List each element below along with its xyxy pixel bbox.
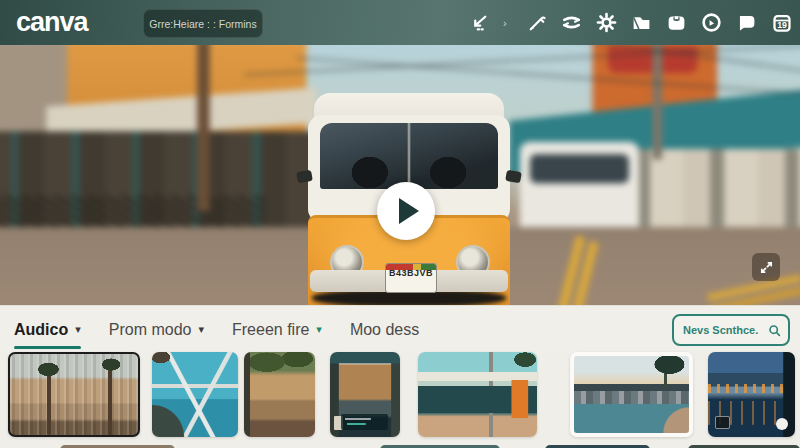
gallery-search-input[interactable] bbox=[681, 323, 761, 337]
tab-label: Prom modo bbox=[109, 307, 192, 352]
thumbnail-harbor-at-dusk[interactable] bbox=[708, 352, 795, 437]
canva-logo[interactable]: canva bbox=[16, 7, 88, 38]
thumbnail-bridge-over-water[interactable] bbox=[152, 352, 238, 437]
search-icon bbox=[768, 324, 781, 337]
left-utility-pole bbox=[197, 45, 209, 211]
bus-right-mirror bbox=[505, 170, 522, 183]
right-utility-pole bbox=[653, 45, 662, 159]
header-search-pill[interactable]: Grre:Heiare : : Formins bbox=[143, 9, 263, 38]
gallery-search-box[interactable] bbox=[672, 314, 790, 346]
thumbnail-gas-station-street[interactable] bbox=[418, 352, 537, 437]
top-header: canva Grre:Heiare : : Formins › bbox=[0, 0, 800, 45]
chevron-down-icon: ▾ bbox=[75, 323, 81, 336]
thumbnail-select-circle[interactable] bbox=[776, 418, 788, 430]
tab-freeen-fire[interactable]: Freeen fire ▾ bbox=[232, 306, 322, 353]
expand-arrows-icon bbox=[759, 260, 774, 275]
play-icon bbox=[399, 198, 419, 224]
tab-label: Moo dess bbox=[350, 307, 419, 352]
hero-video-preview[interactable]: B43BJVB bbox=[0, 45, 800, 305]
bus-windshield bbox=[320, 123, 498, 189]
thumbnail-alley-scene[interactable] bbox=[330, 352, 400, 437]
chevron-down-icon: ▾ bbox=[316, 323, 322, 336]
license-plate: B43BJVB bbox=[385, 263, 437, 293]
tab-label: Freeen fire bbox=[232, 307, 309, 352]
tab-audico[interactable]: Audico ▾ bbox=[14, 306, 81, 353]
record-icon[interactable] bbox=[701, 12, 722, 33]
license-plate-number: B43BJVB bbox=[389, 264, 433, 283]
play-button[interactable] bbox=[377, 182, 435, 240]
gear-icon[interactable] bbox=[596, 12, 617, 33]
video-icon[interactable] bbox=[666, 12, 687, 33]
tab-prom-modo[interactable]: Prom modo ▾ bbox=[109, 306, 204, 353]
active-tab-underline bbox=[14, 346, 81, 349]
calendar-icon[interactable]: 19 bbox=[771, 12, 792, 33]
app-window: canva Grre:Heiare : : Formins › bbox=[0, 0, 800, 448]
folder-icon[interactable] bbox=[631, 12, 652, 33]
calendar-day-label: 19 bbox=[777, 20, 787, 30]
chat-bubble-icon[interactable] bbox=[736, 12, 757, 33]
thumbnail-waterfront-village[interactable] bbox=[570, 352, 693, 437]
tab-moo-dess[interactable]: Moo dess bbox=[350, 306, 419, 353]
filter-tab-bar: Audico ▾ Prom modo ▾ Freeen fire ▾ Moo d… bbox=[0, 305, 800, 353]
telephone-wire bbox=[297, 57, 800, 95]
share-icon[interactable] bbox=[468, 12, 489, 33]
header-icon-bar: › 19 bbox=[468, 0, 792, 45]
expand-button[interactable] bbox=[752, 253, 780, 281]
van-windows bbox=[530, 154, 629, 183]
chevron-down-icon: ▾ bbox=[198, 323, 204, 336]
thumbnail-badge-icon bbox=[715, 416, 730, 429]
pen-icon[interactable] bbox=[526, 12, 547, 33]
thumbnail-street-with-trees[interactable] bbox=[244, 352, 315, 437]
thumbnail-gallery bbox=[0, 352, 800, 448]
chevron-right-icon[interactable]: › bbox=[503, 12, 512, 33]
thumbnail-city-with-palm-trees[interactable] bbox=[8, 352, 140, 437]
thumbnail-caption-overlay bbox=[341, 414, 389, 430]
swap-arrows-icon[interactable] bbox=[561, 12, 582, 33]
